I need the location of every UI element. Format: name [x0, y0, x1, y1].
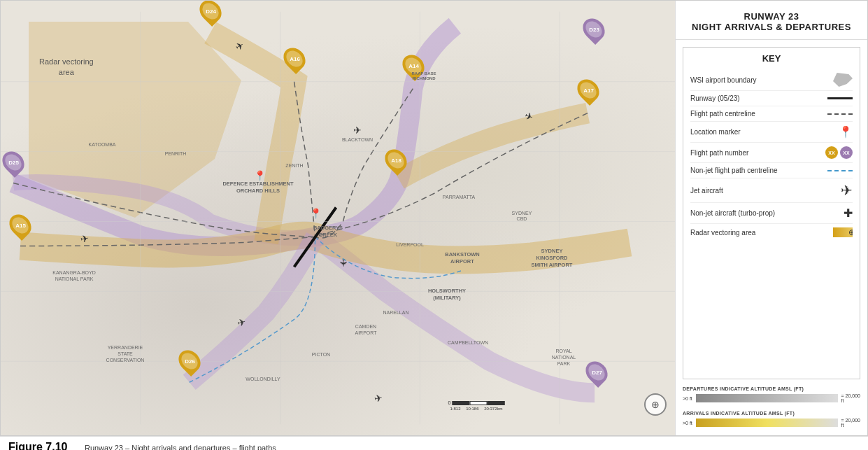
aircraft-2: ✈	[353, 125, 362, 136]
location-pin-defence: 📍	[254, 170, 266, 181]
right-panel: RUNWAY 23 NIGHT ARRIVALS & DEPARTURES KE…	[675, 1, 867, 435]
scale-bar: 0 1:81210:18620:372km	[448, 400, 505, 411]
key-item-nonjet-centreline: Non-jet flight path centreline	[690, 163, 853, 178]
arrivals-label-left: >0 ft	[683, 421, 692, 426]
key-label-radar: Radar vectoring area	[690, 229, 811, 237]
arrivals-title: ARRIVALS INDICATIVE ALTITUDE AMSL (ft)	[683, 411, 860, 416]
key-label-centreline: Flight path centreline	[690, 110, 811, 118]
title-line1: RUNWAY 23	[683, 11, 860, 22]
arrivals-bar	[696, 419, 838, 427]
departures-bar	[696, 394, 838, 402]
label-liverpool: LIVERPOOL	[396, 242, 424, 247]
label-royal-national: ROYALNATIONALPARK	[552, 348, 576, 367]
label-zenith: ZENITH	[285, 163, 303, 168]
key-item-centreline: Flight path centreline	[690, 106, 853, 122]
flight-badge-gold: XX	[825, 146, 838, 159]
caption-text: Runway 23 – Night arrivals and departure…	[85, 444, 276, 450]
arrivals-label-right: = 20,000ft	[841, 418, 860, 428]
aircraft-6: ✈	[338, 259, 349, 267]
label-bankstown: BANKSTOWNAIRPORT	[445, 251, 479, 265]
aircraft-7: ✈	[373, 392, 384, 405]
label-narellan: NARELLAN	[383, 310, 409, 315]
location-pin-badgerys: 📍	[310, 208, 322, 219]
key-item-flight-num: Flight path number XX XX	[690, 143, 853, 163]
arrivals-altitude: ARRIVALS INDICATIVE ALTITUDE AMSL (ft) >…	[683, 411, 860, 430]
departures-altitude: DEPARTURES INDICATIVE ALTITUDE AMSL (ft)…	[683, 386, 860, 405]
key-label-nonjet-centreline: Non-jet flight path centreline	[690, 167, 811, 174]
key-icon-flight-num: XX XX	[811, 146, 853, 159]
label-yerranderie: YERRANDERIESTATECONSERVATION	[106, 344, 145, 363]
key-item-wsi: WSI airport boundary	[690, 69, 853, 91]
marker-A18: A18	[386, 148, 406, 172]
label-holsworthy: HOLSWORTHY(MILITARY)	[428, 288, 466, 302]
key-item-nonjet: Non-jet aircraft (turbo-prop) ✚	[690, 203, 853, 224]
key-label-runway: Runway (05/23)	[690, 94, 811, 102]
marker-D27: D27	[587, 360, 606, 384]
marker-A17: A17	[578, 78, 598, 102]
label-kanangra: KANANGRA-BOYDNATIONAL PARK	[52, 269, 95, 282]
key-label-location: Location marker	[690, 128, 811, 136]
radar-label: Radar vectoringarea	[39, 57, 94, 78]
key-icon-nonjet: ✚	[811, 206, 853, 220]
label-picton: PICTON	[312, 352, 330, 357]
departures-title: DEPARTURES INDICATIVE ALTITUDE AMSL (ft)	[683, 386, 860, 391]
caption-figure: Figure 7.10	[8, 441, 67, 450]
key-icon-nonjet-centreline	[811, 170, 853, 171]
marker-D26: D26	[180, 349, 199, 373]
label-penrith: PENRITH	[165, 151, 187, 156]
key-label-jet: Jet aircraft	[690, 187, 811, 195]
departures-label-right: = 20,000ft	[841, 393, 860, 403]
main-container: Radar vectoringarea	[0, 0, 868, 436]
label-defence: DEFENCE ESTABLISHMENTORCHARD HILLS	[222, 181, 293, 195]
key-label-wsi: WSI airport boundary	[690, 76, 811, 84]
label-kingsford: SYDNEYKINGSFORDSMITH AIRPORT	[532, 248, 573, 268]
marker-D25: D25	[3, 150, 23, 174]
map-area: Radar vectoringarea	[1, 1, 675, 435]
key-title: KEY	[690, 53, 853, 64]
key-icon-centreline	[811, 113, 853, 115]
panel-title: RUNWAY 23 NIGHT ARRIVALS & DEPARTURES	[676, 1, 867, 40]
key-section: KEY WSI airport boundary Runway (05/23) …	[683, 47, 860, 379]
label-katoomba: KATOOMBA	[88, 142, 115, 147]
label-blacktown: BLACKTOWN	[342, 137, 373, 142]
key-item-radar: Radar vectoring area	[690, 224, 853, 241]
key-icon-wsi	[811, 73, 853, 87]
title-line2: NIGHT ARRIVALS & DEPARTURES	[683, 22, 860, 32]
label-sydney-cbd: SYDNEYCBD	[512, 211, 532, 223]
marker-D24: D24	[201, 1, 220, 23]
label-wollondilly: WOLLONDILLY	[246, 377, 280, 381]
arrivals-bar-container: >0 ft = 20,000ft	[683, 418, 860, 428]
key-icon-location: 📍	[811, 125, 853, 139]
label-parramatta: PARRAMATTA	[443, 195, 475, 199]
departures-label-left: >0 ft	[683, 396, 692, 401]
label-badgerys: BADGERYSCREEK	[313, 225, 343, 239]
key-item-runway: Runway (05/23)	[690, 91, 853, 106]
caption-bar: Figure 7.10 Runway 23 – Night arrivals a…	[0, 436, 868, 450]
flight-badge-purple: XX	[840, 146, 853, 159]
compass-rose: ⊕	[644, 393, 667, 416]
marker-A16: A16	[285, 47, 304, 71]
key-icon-radar	[811, 227, 853, 237]
key-item-jet: Jet aircraft ✈	[690, 178, 853, 203]
key-icon-jet: ✈	[811, 182, 853, 199]
departures-bar-container: >0 ft = 20,000ft	[683, 393, 860, 403]
marker-A15: A15	[10, 213, 30, 237]
key-item-location: Location marker 📍	[690, 122, 853, 143]
key-icon-runway	[811, 97, 853, 99]
label-raaf: RAAF BASERICHMOND	[411, 71, 436, 81]
key-label-nonjet: Non-jet aircraft (turbo-prop)	[690, 209, 811, 217]
label-camden: CAMDENAIRPORT	[355, 323, 377, 336]
aircraft-4: ✈	[80, 232, 90, 245]
key-label-flight-num: Flight path number	[690, 149, 811, 157]
label-campbelltown: CAMPBELLTOWN	[448, 340, 488, 345]
marker-D23: D23	[584, 17, 604, 41]
